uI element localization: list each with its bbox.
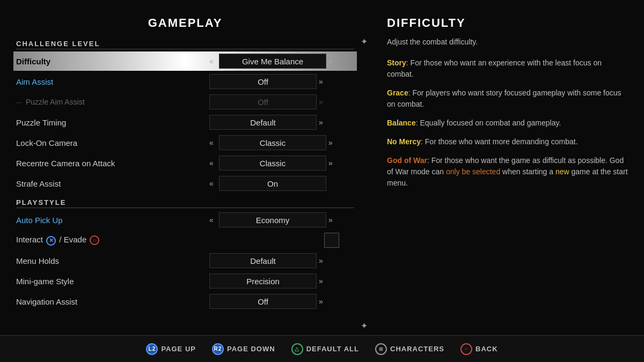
setting-value-strafe-assist: « On <box>209 176 354 191</box>
value-box-lock-on-camera: Classic <box>219 135 326 150</box>
diff-entry-grace: Grace: For players who want story focuse… <box>387 87 628 110</box>
bottom-btn-page-up[interactable]: L2 PAGE UP <box>146 343 196 355</box>
value-box-auto-pickup: Economy <box>219 212 326 227</box>
setting-row-aim-assist[interactable]: Aim Assist Off » <box>16 72 354 91</box>
setting-name-interact: Interact ✕ / Evade ○ <box>16 235 209 246</box>
arrow-right-aim-assist: » <box>319 77 326 86</box>
setting-row-difficulty[interactable]: Difficulty « Give Me Balance » <box>13 51 357 71</box>
setting-value-nav-assist: Off » <box>209 294 354 309</box>
arrow-right-nav-assist: » <box>319 297 326 306</box>
diff-text-gow-highlight1: only be selected <box>446 167 500 176</box>
setting-value-menu-holds: Default » <box>209 253 354 268</box>
setting-name-minigame-style: Mini-game Style <box>16 277 209 286</box>
diff-label-story: Story <box>387 58 406 67</box>
value-box-difficulty: Give Me Balance <box>219 54 326 69</box>
diff-text-story: : For those who want an experience with … <box>387 58 602 78</box>
grid-icon: ⊞ <box>375 343 387 355</box>
arrow-right-menu-holds: » <box>319 256 326 265</box>
value-box-menu-holds: Default <box>209 253 317 268</box>
arrow-right-recentre-camera: » <box>328 159 336 167</box>
x-button-icon: ✕ <box>46 236 56 246</box>
setting-row-puzzle-aim-assist[interactable]: ··· Puzzle Aim Assist Off » <box>16 92 354 112</box>
bottom-btn-characters[interactable]: ⊞ CHARACTERS <box>375 343 444 355</box>
setting-name-lock-on-camera: Lock-On Camera <box>16 138 209 147</box>
setting-name-puzzle-timing: Puzzle Timing <box>16 118 209 127</box>
arrow-left-difficulty: « <box>209 57 217 65</box>
bottom-bar: L2 PAGE UP R2 PAGE DOWN △ DEFAULT ALL ⊞ … <box>0 335 644 362</box>
setting-value-auto-pickup: « Economy » <box>209 212 354 227</box>
diff-label-gow: God of War <box>387 156 427 165</box>
setting-name-aim-assist: Aim Assist <box>16 77 209 86</box>
setting-value-aim-assist: Off » <box>209 74 354 89</box>
characters-label: CHARACTERS <box>390 345 444 353</box>
back-label: BACK <box>475 345 498 353</box>
setting-row-puzzle-timing[interactable]: Puzzle Timing Default » <box>16 113 354 132</box>
setting-name-auto-pickup: Auto Pick Up <box>16 216 209 225</box>
arrow-left-auto-pickup: « <box>209 216 217 224</box>
center-divider-wrapper: ✦ ✦ <box>365 0 365 362</box>
circle-icon: ○ <box>460 343 472 355</box>
value-box-puzzle-timing: Default <box>209 115 317 130</box>
challenge-settings-list: Difficulty « Give Me Balance » Aim Assis… <box>16 51 354 193</box>
setting-row-minigame-style[interactable]: Mini-game Style Precision » <box>16 271 354 291</box>
diff-label-nomercy: No Mercy <box>387 137 421 146</box>
setting-name-recentre-camera: Recentre Camera on Attack <box>16 159 209 168</box>
challenge-level-label: CHALLENGE LEVEL <box>16 40 354 49</box>
setting-row-menu-holds[interactable]: Menu Holds Default » <box>16 251 354 270</box>
value-box-aim-assist: Off <box>209 74 317 89</box>
difficulty-subtitle: Adjust the combat difficulty. <box>387 36 628 48</box>
page-down-label: PAGE DOWN <box>227 345 275 353</box>
diff-entry-story: Story: For those who want an experience … <box>387 57 628 80</box>
interact-checkbox[interactable] <box>324 233 339 248</box>
value-box-minigame-style: Precision <box>209 274 317 289</box>
triangle-icon: △ <box>291 343 303 355</box>
bottom-btn-back[interactable]: ○ BACK <box>460 343 498 355</box>
setting-row-lock-on-camera[interactable]: Lock-On Camera « Classic » <box>16 133 354 152</box>
setting-row-interact[interactable]: Interact ✕ / Evade ○ <box>16 231 354 250</box>
setting-row-nav-assist[interactable]: Navigation Assist Off » <box>16 292 354 311</box>
diff-text-balance: : Equally focused on combat and gameplay… <box>416 119 561 127</box>
setting-row-auto-pickup[interactable]: Auto Pick Up « Economy » <box>16 210 354 230</box>
arrow-left-recentre-camera: « <box>209 159 217 167</box>
bottom-btn-page-down[interactable]: R2 PAGE DOWN <box>212 343 275 355</box>
setting-value-interact <box>209 233 354 248</box>
setting-row-recentre-camera[interactable]: Recentre Camera on Attack « Classic » <box>16 153 354 173</box>
arrow-right-minigame-style: » <box>319 277 326 285</box>
setting-value-difficulty: « Give Me Balance » <box>209 54 354 69</box>
arrow-right-difficulty: » <box>328 57 336 65</box>
arrow-left-strafe-assist: « <box>209 179 217 188</box>
divider-bottom-ornament: ✦ <box>361 321 368 331</box>
setting-name-difficulty: Difficulty <box>16 57 209 66</box>
diff-entry-balance: Balance: Equally focused on combat and g… <box>387 117 628 129</box>
left-panel: GAMEPLAY CHALLENGE LEVEL Difficulty « Gi… <box>0 0 365 362</box>
setting-name-nav-assist: Navigation Assist <box>16 297 209 306</box>
diff-entry-gow: God of War: For those who want the game … <box>387 155 628 189</box>
bottom-btn-default-all[interactable]: △ DEFAULT ALL <box>291 343 359 355</box>
value-box-recentre-camera: Classic <box>219 156 326 171</box>
setting-value-recentre-camera: « Classic » <box>209 156 354 171</box>
diff-text-nomercy: : For those who want more demanding comb… <box>421 137 578 146</box>
difficulty-title: DIFFICULTY <box>387 16 628 30</box>
r2-icon: R2 <box>212 343 224 355</box>
diff-text-gow-highlight2: new <box>555 167 569 176</box>
arrow-right-auto-pickup: » <box>328 216 336 224</box>
setting-value-puzzle-aim-assist: Off » <box>209 94 354 109</box>
setting-row-strafe-assist[interactable]: Strafe Assist « On <box>16 174 354 193</box>
arrow-right-lock-on-camera: » <box>328 138 336 147</box>
arrow-right-puzzle-timing: » <box>319 118 326 127</box>
setting-name-menu-holds: Menu Holds <box>16 256 209 265</box>
diff-label-balance: Balance <box>387 119 416 127</box>
value-box-strafe-assist: On <box>219 176 326 191</box>
setting-value-puzzle-timing: Default » <box>209 115 354 130</box>
diff-text-gow-2: when starting a <box>500 167 555 176</box>
diff-label-grace: Grace <box>387 88 408 97</box>
playstyle-label: PLAYSTYLE <box>16 198 354 208</box>
diff-text-grace: : For players who want story focused gam… <box>387 88 621 108</box>
o-button-icon: ○ <box>90 235 99 245</box>
l2-icon: L2 <box>146 343 158 355</box>
setting-name-strafe-assist: Strafe Assist <box>16 179 209 188</box>
setting-name-puzzle-aim-assist: ··· Puzzle Aim Assist <box>16 98 209 106</box>
arrow-right-puzzle-aim-assist: » <box>319 98 326 106</box>
gameplay-title: GAMEPLAY <box>16 16 354 30</box>
right-panel: DIFFICULTY Adjust the combat difficulty.… <box>365 0 644 362</box>
